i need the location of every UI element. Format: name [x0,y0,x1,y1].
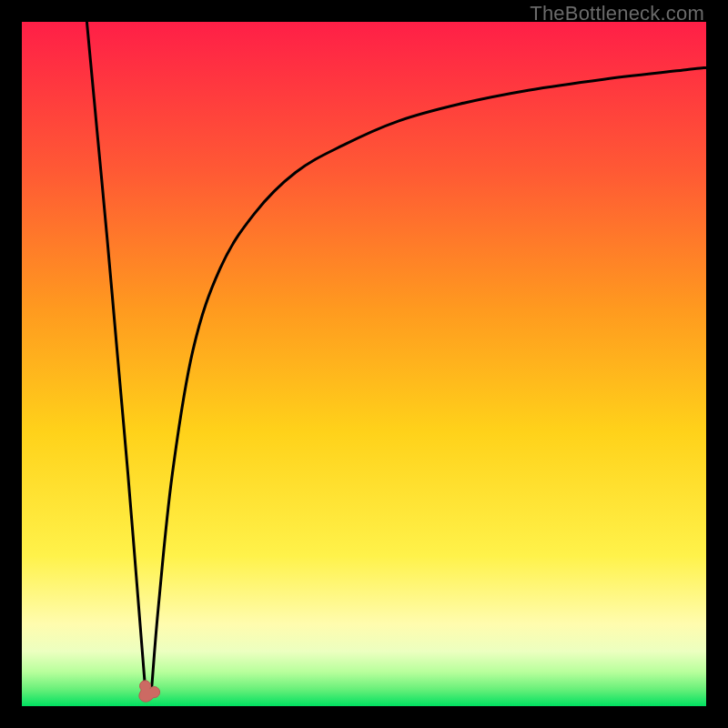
plot-area [22,22,706,706]
watermark-text: TheBottleneck.com [530,2,704,25]
gradient-background [22,22,706,706]
chart-frame: TheBottleneck.com [0,0,728,728]
chart-svg [22,22,706,706]
